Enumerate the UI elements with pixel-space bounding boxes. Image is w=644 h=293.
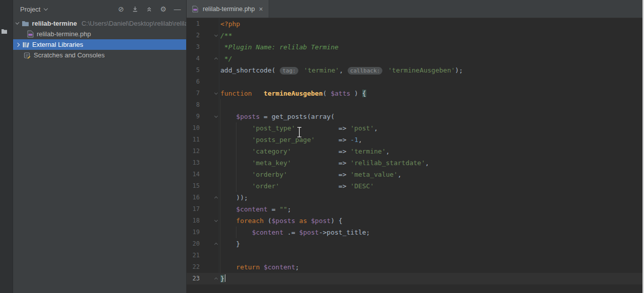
fold-up-icon[interactable] [214, 277, 218, 281]
code-line[interactable]: 4 */ [187, 53, 644, 64]
close-icon[interactable]: × [259, 6, 264, 13]
gutter[interactable]: 6 [187, 76, 219, 88]
code-text: $content = ""; [219, 203, 291, 215]
editor-area[interactable]: 1<?php2/**3 *Plugin Name: relilab Termin… [187, 18, 644, 293]
line-number[interactable]: 6 [187, 76, 200, 88]
text-caret [225, 274, 226, 282]
tab-relilab-termine[interactable]: relilab-termine.php × [187, 0, 269, 18]
line-number[interactable]: 8 [187, 99, 200, 111]
line-number[interactable]: 16 [187, 192, 200, 203]
line-number[interactable]: 13 [187, 157, 200, 169]
code-text: function termineAusgeben( $atts ) { [219, 88, 366, 99]
line-number[interactable]: 3 [187, 41, 200, 53]
fold-down-icon[interactable] [214, 33, 218, 37]
project-view-selector[interactable]: Project [20, 6, 47, 13]
code-line[interactable]: 10 'post_type' => 'post', [187, 122, 644, 134]
gutter[interactable]: 4 [187, 53, 219, 64]
project-panel-header: Project ⊘ ⚙ — [13, 0, 186, 18]
gutter[interactable]: 9 [187, 111, 219, 122]
line-number[interactable]: 22 [187, 261, 200, 273]
gutter[interactable]: 15 [187, 180, 219, 192]
code-line[interactable]: 11 'posts_per_page' => -1, [187, 134, 644, 145]
line-number[interactable]: 12 [187, 145, 200, 157]
line-number[interactable]: 11 [187, 134, 200, 145]
gutter[interactable]: 18 [187, 215, 219, 227]
line-number[interactable]: 9 [187, 111, 200, 122]
tree-item-external-libraries[interactable]: External Libraries [13, 39, 186, 50]
line-number[interactable]: 20 [187, 238, 200, 250]
gutter[interactable]: 20 [187, 238, 219, 250]
code-line[interactable]: 7function termineAusgeben( $atts ) { [187, 88, 644, 99]
code-line[interactable]: 5add_shortcode( tag: 'termine', callback… [187, 64, 644, 76]
gutter[interactable]: 21 [187, 250, 219, 261]
gutter[interactable]: 10 [187, 122, 219, 134]
locate-file-button[interactable]: ⊘ [117, 6, 125, 13]
project-tool-window-icon[interactable] [1, 28, 8, 34]
code-line[interactable]: 23} [187, 273, 644, 284]
gutter[interactable]: 23 [187, 273, 219, 284]
code-line[interactable]: 20 } [187, 238, 644, 250]
line-number[interactable]: 7 [187, 88, 200, 99]
line-number[interactable]: 18 [187, 215, 200, 227]
code-line[interactable]: 21 [187, 250, 644, 261]
hide-panel-button[interactable]: — [174, 6, 181, 13]
gutter[interactable]: 14 [187, 169, 219, 180]
gutter[interactable]: 7 [187, 88, 219, 99]
editor-tab-bar: relilab-termine.php × [187, 0, 644, 18]
line-number[interactable]: 1 [187, 18, 200, 30]
gutter[interactable]: 8 [187, 99, 219, 111]
code-line[interactable]: 1<?php [187, 18, 644, 30]
settings-gear-icon[interactable]: ⚙ [159, 6, 167, 13]
gutter[interactable]: 1 [187, 18, 219, 30]
tree-item-php-file[interactable]: relilab-termine.php [13, 29, 186, 39]
code-lines: 1<?php2/**3 *Plugin Name: relilab Termin… [187, 18, 644, 284]
line-number[interactable]: 5 [187, 64, 200, 76]
line-number[interactable]: 17 [187, 203, 200, 215]
code-line[interactable]: 19 $content .= $post->post_title; [187, 227, 644, 238]
collapse-all-button[interactable] [145, 6, 153, 13]
gutter[interactable]: 22 [187, 261, 219, 273]
code-line[interactable]: 14 'orderby' => 'meta_value', [187, 169, 644, 180]
chevron-down-icon[interactable] [16, 21, 20, 25]
code-line[interactable]: 8 [187, 99, 644, 111]
code-line[interactable]: 3 *Plugin Name: relilab Termine [187, 41, 644, 53]
fold-down-icon[interactable] [214, 91, 218, 95]
fold-up-icon[interactable] [214, 196, 218, 200]
fold-down-icon[interactable] [214, 218, 218, 222]
line-number[interactable]: 21 [187, 250, 200, 261]
gutter[interactable]: 16 [187, 192, 219, 203]
line-number[interactable]: 14 [187, 169, 200, 180]
fold-up-icon[interactable] [214, 57, 218, 61]
code-line[interactable]: 15 'order' => 'DESC' [187, 180, 644, 192]
code-line[interactable]: 9 $posts = get_posts(array( [187, 111, 644, 122]
line-number[interactable]: 10 [187, 122, 200, 134]
tree-item-scratches[interactable]: Scratches and Consoles [13, 50, 186, 60]
tree-item-project-root[interactable]: relilab-termine C:\Users\Daniel\Desktop\… [13, 18, 186, 29]
gutter[interactable]: 17 [187, 203, 219, 215]
code-line[interactable]: 17 $content = ""; [187, 203, 644, 215]
code-line[interactable]: 6 [187, 76, 644, 88]
line-number[interactable]: 15 [187, 180, 200, 192]
gutter[interactable]: 2 [187, 30, 219, 41]
code-line[interactable]: 2/** [187, 30, 644, 41]
gutter[interactable]: 13 [187, 157, 219, 169]
code-line[interactable]: 12 'category' => 'termine', [187, 145, 644, 157]
code-line[interactable]: 13 'meta_key' => 'relilab_startdate', [187, 157, 644, 169]
code-line[interactable]: 18 foreach ($posts as $post) { [187, 215, 644, 227]
expand-all-button[interactable] [131, 6, 139, 13]
chevron-right-icon[interactable] [16, 42, 20, 46]
gutter[interactable]: 5 [187, 64, 219, 76]
line-number[interactable]: 2 [187, 30, 200, 41]
code-line[interactable]: 16 )); [187, 192, 644, 203]
gutter[interactable]: 19 [187, 227, 219, 238]
line-number[interactable]: 23 [187, 273, 200, 284]
gutter[interactable]: 11 [187, 134, 219, 145]
code-line[interactable]: 22 return $content; [187, 261, 644, 273]
gutter[interactable]: 3 [187, 41, 219, 53]
code-text: foreach ($posts as $post) { [219, 215, 343, 227]
fold-up-icon[interactable] [214, 243, 218, 246]
line-number[interactable]: 4 [187, 53, 200, 64]
gutter[interactable]: 12 [187, 145, 219, 157]
line-number[interactable]: 19 [187, 227, 200, 238]
fold-down-icon[interactable] [214, 114, 218, 118]
